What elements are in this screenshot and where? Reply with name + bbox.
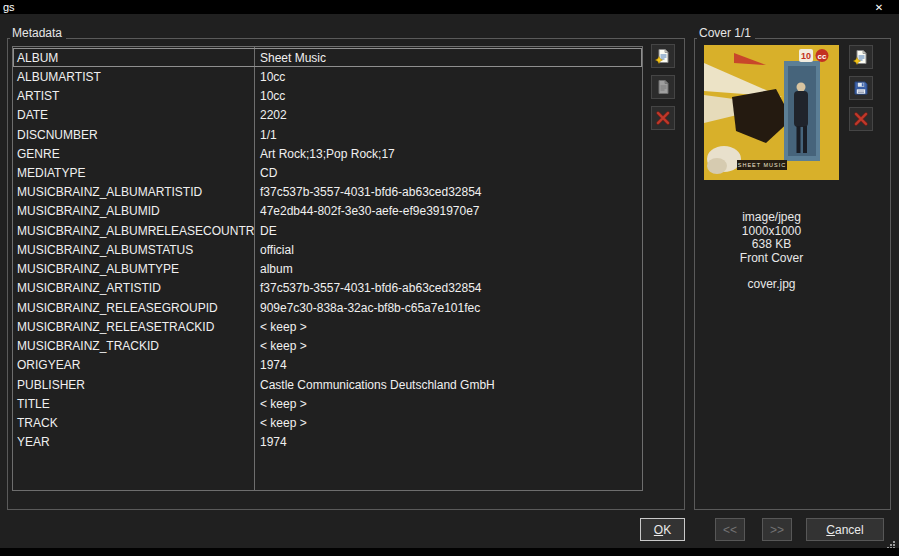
- metadata-row[interactable]: GENRE Art Rock;13;Pop Rock;17: [13, 144, 642, 163]
- metadata-field-name: GENRE: [13, 147, 254, 161]
- close-button[interactable]: ✕: [871, 0, 887, 14]
- new-file-icon: [853, 49, 869, 65]
- metadata-field-value: 909e7c30-838a-32ac-bf8b-c65a7e101fec: [254, 301, 642, 315]
- taskbar-strip: [0, 548, 899, 556]
- metadata-field-value: CD: [254, 166, 642, 180]
- window-title: gs: [3, 0, 15, 14]
- metadata-field-value: 1974: [254, 358, 642, 372]
- ok-button-label: OK: [641, 520, 684, 540]
- metadata-row[interactable]: ALBUM Sheet Music: [13, 48, 642, 67]
- metadata-row[interactable]: ALBUMARTIST 10cc: [13, 67, 642, 86]
- metadata-field-value: < keep >: [254, 416, 642, 430]
- metadata-field-name: DATE: [13, 108, 254, 122]
- metadata-row[interactable]: ORIGYEAR 1974: [13, 356, 642, 375]
- metadata-field-name: ORIGYEAR: [13, 358, 254, 372]
- cover-title-text: SHEET MUSIC: [738, 162, 787, 168]
- metadata-field-value: Castle Communications Deutschland GmbH: [254, 378, 642, 392]
- metadata-field-name: MUSICBRAINZ_ALBUMID: [13, 204, 254, 218]
- metadata-row[interactable]: MUSICBRAINZ_RELEASEGROUPID 909e7c30-838a…: [13, 298, 642, 317]
- metadata-field-value: f37c537b-3557-4031-bfd6-ab63ced32854: [254, 281, 642, 295]
- metadata-field-value: < keep >: [254, 397, 642, 411]
- ok-button[interactable]: OK: [640, 518, 685, 541]
- delete-x-icon: [853, 111, 869, 127]
- metadata-field-name: ALBUM: [13, 51, 254, 65]
- metadata-field-value: DE: [254, 224, 642, 238]
- metadata-copy-button[interactable]: [651, 75, 675, 99]
- cover-add-button[interactable]: [849, 45, 873, 69]
- title-bar: gs ✕: [0, 0, 899, 14]
- metadata-field-name: YEAR: [13, 435, 254, 449]
- metadata-row[interactable]: DATE 2202: [13, 106, 642, 125]
- cover-info-line: 638 KB: [704, 238, 839, 252]
- new-file-icon: [655, 48, 671, 64]
- cover-info: image/jpeg1000x1000638 KBFront Cover: [704, 211, 839, 265]
- cover-info-line: 1000x1000: [704, 225, 839, 239]
- cancel-button[interactable]: Cancel: [806, 518, 884, 541]
- cover-filename-wrap: cover.jpg: [704, 278, 839, 292]
- metadata-field-value: Sheet Music: [254, 51, 642, 65]
- cover-save-button[interactable]: [849, 76, 873, 100]
- metadata-field-value: 10cc: [254, 70, 642, 84]
- delete-x-icon: [655, 110, 671, 126]
- metadata-row[interactable]: MUSICBRAINZ_RELEASETRACKID < keep >: [13, 317, 642, 336]
- metadata-field-name: MUSICBRAINZ_ALBUMSTATUS: [13, 243, 254, 257]
- metadata-field-value: 1/1: [254, 128, 642, 142]
- metadata-group-label: Metadata: [10, 26, 66, 41]
- cover-group-label: Cover 1/1: [697, 26, 755, 41]
- metadata-row[interactable]: MEDIATYPE CD: [13, 163, 642, 182]
- metadata-field-name: MUSICBRAINZ_ALBUMRELEASECOUNTRY: [13, 224, 254, 238]
- metadata-field-name: MUSICBRAINZ_RELEASETRACKID: [13, 320, 254, 334]
- metadata-field-value: album: [254, 262, 642, 276]
- resize-grip[interactable]: [886, 536, 896, 546]
- metadata-field-name: MUSICBRAINZ_ARTISTID: [13, 281, 254, 295]
- next-button-label: >>: [763, 520, 791, 540]
- metadata-row[interactable]: ARTIST 10cc: [13, 86, 642, 105]
- metadata-field-name: TITLE: [13, 397, 254, 411]
- metadata-row[interactable]: TITLE < keep >: [13, 394, 642, 413]
- metadata-table[interactable]: ALBUM Sheet Music ALBUMARTIST 10cc ARTIS…: [12, 46, 643, 491]
- metadata-delete-button[interactable]: [651, 106, 675, 130]
- metadata-row[interactable]: MUSICBRAINZ_ALBUMRELEASECOUNTRY DE: [13, 221, 642, 240]
- metadata-field-value: 47e2db44-802f-3e30-aefe-ef9e391970e7: [254, 204, 642, 218]
- metadata-field-name: MUSICBRAINZ_RELEASEGROUPID: [13, 301, 254, 315]
- cover-delete-button[interactable]: [849, 107, 873, 131]
- close-icon: ✕: [875, 2, 883, 13]
- metadata-field-value: Art Rock;13;Pop Rock;17: [254, 147, 642, 161]
- metadata-row[interactable]: MUSICBRAINZ_ALBUMARTISTID f37c537b-3557-…: [13, 183, 642, 202]
- metadata-add-button[interactable]: [651, 44, 675, 68]
- metadata-field-name: MEDIATYPE: [13, 166, 254, 180]
- cover-logo-right: cc: [818, 52, 827, 61]
- metadata-table-body: ALBUM Sheet Music ALBUMARTIST 10cc ARTIS…: [13, 48, 642, 452]
- metadata-row[interactable]: YEAR 1974: [13, 433, 642, 452]
- metadata-row[interactable]: MUSICBRAINZ_ALBUMTYPE album: [13, 260, 642, 279]
- metadata-field-name: DISCNUMBER: [13, 128, 254, 142]
- metadata-field-value: < keep >: [254, 320, 642, 334]
- cover-filename: cover.jpg: [704, 278, 839, 292]
- album-cover-image[interactable]: 10 cc SHEET MUSIC: [704, 45, 839, 180]
- metadata-row[interactable]: TRACK < keep >: [13, 413, 642, 432]
- metadata-field-name: MUSICBRAINZ_ALBUMARTISTID: [13, 185, 254, 199]
- save-floppy-icon: [853, 80, 869, 96]
- metadata-field-value: 1974: [254, 435, 642, 449]
- metadata-row[interactable]: MUSICBRAINZ_ARTISTID f37c537b-3557-4031-…: [13, 279, 642, 298]
- previous-button[interactable]: <<: [715, 518, 745, 541]
- cover-logo-left: 10: [801, 51, 811, 61]
- metadata-row[interactable]: MUSICBRAINZ_TRACKID < keep >: [13, 337, 642, 356]
- cover-info-line: image/jpeg: [704, 211, 839, 225]
- tags-dialog: gs ✕ Metadata ALBUM Sheet Music ALBUMART…: [0, 0, 899, 548]
- metadata-row[interactable]: DISCNUMBER 1/1: [13, 125, 642, 144]
- metadata-field-name: PUBLISHER: [13, 378, 254, 392]
- metadata-row[interactable]: PUBLISHER Castle Communications Deutschl…: [13, 375, 642, 394]
- metadata-row[interactable]: MUSICBRAINZ_ALBUMSTATUS official: [13, 240, 642, 259]
- file-gray-icon: [655, 79, 671, 95]
- metadata-field-name: MUSICBRAINZ_TRACKID: [13, 339, 254, 353]
- previous-button-label: <<: [716, 520, 744, 540]
- metadata-field-value: official: [254, 243, 642, 257]
- metadata-field-value: f37c537b-3557-4031-bfd6-ab63ced32854: [254, 185, 642, 199]
- metadata-field-value: 10cc: [254, 89, 642, 103]
- metadata-row[interactable]: MUSICBRAINZ_ALBUMID 47e2db44-802f-3e30-a…: [13, 202, 642, 221]
- cancel-button-label: Cancel: [807, 520, 883, 540]
- next-button[interactable]: >>: [762, 518, 792, 541]
- album-cover-art: 10 cc SHEET MUSIC: [704, 45, 839, 180]
- metadata-field-name: ARTIST: [13, 89, 254, 103]
